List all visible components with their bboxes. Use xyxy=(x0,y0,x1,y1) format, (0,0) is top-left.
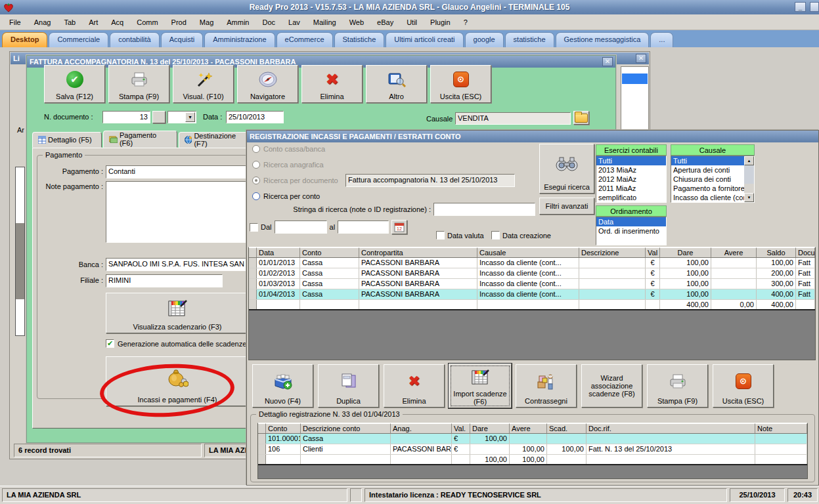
col-descrizione[interactable]: Descrizione xyxy=(579,247,646,257)
nuovo-button[interactable]: Nuovo (F4) xyxy=(252,364,313,408)
dal-checkbox[interactable] xyxy=(250,223,258,232)
dcol-docrif[interactable]: Doc.rif. xyxy=(587,423,755,433)
ordinamento-item[interactable]: Ord. di inserimento xyxy=(596,226,666,236)
esercizi-listbox[interactable]: Tutti 2013 MiaAz 2012 MaiAz 2011 MiaAz s… xyxy=(596,156,667,203)
n-documento-spacer-button[interactable] xyxy=(152,111,166,123)
esercizi-item[interactable]: semplificato xyxy=(596,193,666,202)
col-conto[interactable]: Conto xyxy=(300,247,359,257)
esercizi-item[interactable]: 2012 MaiAz xyxy=(596,175,666,184)
data-valuta-checkbox[interactable] xyxy=(436,231,445,240)
dcol-scad[interactable]: Scad. xyxy=(547,423,587,433)
minimize-button[interactable]: _ xyxy=(795,2,806,12)
calendar-button[interactable]: 12 xyxy=(391,220,407,234)
stampa-button[interactable]: Stampa (F9) xyxy=(108,65,169,103)
wizard-scadenze-button[interactable]: Wizard associazione scadenze (F8) xyxy=(581,364,642,408)
tab-commerciale[interactable]: Commerciale xyxy=(49,32,108,47)
n-documento-input[interactable]: 13 xyxy=(102,111,150,123)
elimina2-button[interactable]: ✖ Elimina xyxy=(384,364,445,408)
col-dare[interactable]: Dare xyxy=(660,247,711,257)
table-row[interactable]: 01/02/2013 Cassa PACASSONI BARBARA Incas… xyxy=(249,268,815,279)
menu-ebay[interactable]: eBay xyxy=(370,16,400,29)
menu-web[interactable]: Web xyxy=(343,16,370,29)
visualizza-scadenzario-button[interactable]: Visualizza scadenzario (F3) xyxy=(106,293,249,333)
causale-item[interactable]: Apertura dei conti xyxy=(671,165,754,175)
menu-ammin[interactable]: Ammin xyxy=(220,16,255,29)
dcol-conto[interactable]: Conto xyxy=(266,423,301,433)
combo-arrow-icon[interactable]: ▼ xyxy=(185,112,195,122)
al-date-input[interactable] xyxy=(338,220,389,234)
detail-row-selected[interactable]: 101.00001 Cassa € 100,00 xyxy=(258,434,807,444)
esercizi-item[interactable]: 2013 MiaAz xyxy=(596,165,666,175)
esercizi-item[interactable]: 2011 MiaAz xyxy=(596,184,666,193)
menu-util[interactable]: Util xyxy=(400,16,424,29)
scroll-down-icon[interactable]: ▼ xyxy=(744,193,754,202)
tab-amministrazione[interactable]: Amministrazione xyxy=(204,32,275,47)
causale-item[interactable]: Incasso da cliente (contan xyxy=(671,193,754,202)
ricerca-per-conto-radio[interactable] xyxy=(252,192,260,200)
col-avere[interactable]: Avere xyxy=(711,247,757,257)
background-scrollbar-thumb[interactable] xyxy=(16,223,24,299)
menu-acq[interactable]: Acq xyxy=(104,16,130,29)
ordinamento-item[interactable]: Data xyxy=(596,217,666,226)
dcol-val[interactable]: Val. xyxy=(452,423,470,433)
registration-window-titlebar[interactable]: REGISTRAZIONE INCASSI E PAGAMENTI / ESTR… xyxy=(247,131,818,142)
detail-row[interactable]: 106 Clienti PACASSONI BARBA... € 100,00 … xyxy=(258,444,807,455)
dcol-dare[interactable]: Dare xyxy=(470,423,510,433)
causale-item[interactable]: Tutti xyxy=(671,156,744,165)
table-row[interactable]: 01/01/2013 Cassa PACASSONI BARBARA Incas… xyxy=(249,258,815,268)
col-causale[interactable]: Causale xyxy=(477,247,579,257)
ricerca-documento-radio[interactable] xyxy=(252,177,260,184)
col-doc[interactable]: Docu xyxy=(796,247,815,257)
menu-doc[interactable]: Doc xyxy=(256,16,282,29)
col-saldo[interactable]: Saldo xyxy=(757,247,796,257)
menu-tab[interactable]: Tab xyxy=(57,16,82,29)
menu-comm[interactable]: Comm xyxy=(130,16,164,29)
causale-lookup-button[interactable] xyxy=(573,111,589,125)
esercizi-item[interactable]: Tutti xyxy=(596,156,666,165)
tab-contabilita[interactable]: contabilità xyxy=(110,32,160,47)
menu-help[interactable]: ? xyxy=(457,16,474,29)
data-input[interactable]: 25/10/2013 xyxy=(226,111,284,123)
menu-prod[interactable]: Prod xyxy=(165,16,193,29)
dcol-note[interactable]: Note xyxy=(755,423,807,433)
auto-scadenze-checkbox[interactable]: ✔ xyxy=(106,339,114,348)
ricerca-anagrafica-radio[interactable] xyxy=(252,161,260,169)
stringa-ricerca-input[interactable] xyxy=(433,203,535,216)
tab-acquisti[interactable]: Acquisti xyxy=(161,32,204,47)
col-data[interactable]: Data xyxy=(257,247,300,257)
filtri-avanzati-button[interactable]: Filtri avanzati xyxy=(539,198,594,215)
duplica-button[interactable]: Duplica xyxy=(318,364,379,408)
tab-ecommerce[interactable]: eCommerce xyxy=(277,32,333,47)
conto-cassa-radio[interactable] xyxy=(252,145,260,153)
dcol-descrizione[interactable]: Descrizione conto xyxy=(301,423,391,433)
table-row-selected[interactable]: 01/04/2013 Cassa PACASSONI BARBARA Incas… xyxy=(249,289,815,300)
contrassegni-button[interactable]: Contrassegni xyxy=(516,364,577,408)
dcol-avere[interactable]: Avere xyxy=(510,423,547,433)
tab-gestione-messaggistica[interactable]: Gestione messaggistica xyxy=(556,32,650,47)
tab-google[interactable]: google xyxy=(465,32,504,47)
table-row[interactable]: 01/03/2013 Cassa PACASSONI BARBARA Incas… xyxy=(249,279,815,289)
tab-ultimi-articoli[interactable]: Ultimi articoli creati xyxy=(386,32,463,47)
background-window-close-icon[interactable]: ✕ xyxy=(636,54,646,63)
menu-mailing[interactable]: Mailing xyxy=(307,16,343,29)
esegui-ricerca-button[interactable]: Esegui ricerca xyxy=(539,144,594,194)
background-scrollbar[interactable] xyxy=(15,167,25,336)
menu-art[interactable]: Art xyxy=(82,16,104,29)
causale-item[interactable]: Pagamento a fornitore (co xyxy=(671,184,754,193)
causale-listbox[interactable]: Tutti Apertura dei conti Chiusura dei co… xyxy=(671,156,755,203)
tab-statistiche-2[interactable]: statistiche xyxy=(505,32,554,47)
altro-button[interactable]: Altro xyxy=(366,65,427,103)
uscita-button[interactable]: ⊙ Uscita (ESC) xyxy=(430,65,491,103)
filiale-input[interactable]: RIMINI xyxy=(106,274,223,287)
import-scadenze-button[interactable]: Import scadenze (F6) xyxy=(449,364,512,408)
menu-anag[interactable]: Anag xyxy=(28,16,58,29)
stampa2-button[interactable]: Stampa (F9) xyxy=(647,364,708,408)
invoice-window-close-icon[interactable]: ✕ xyxy=(602,57,613,66)
salva-button[interactable]: ✔ Salva (F12) xyxy=(44,65,105,103)
data-creazione-checkbox[interactable] xyxy=(491,231,500,240)
elimina-button[interactable]: ✖ Elimina xyxy=(301,65,363,103)
tab-destinazione[interactable]: Destinazione (F7) xyxy=(179,132,254,148)
causale-item[interactable]: Chiusura dei conti xyxy=(671,175,754,184)
causale-scrollbar[interactable]: ▲ ▼ xyxy=(744,156,754,202)
col-val[interactable]: Val xyxy=(646,247,660,257)
